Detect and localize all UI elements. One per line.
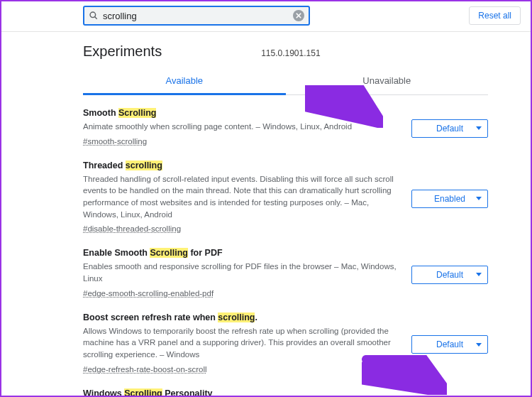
flag-row: Smooth Scrolling Animate smoothly when s… <box>83 108 488 146</box>
flag-select-wrapper: Enabled <box>411 161 488 234</box>
content-area: Experiments 115.0.1901.151 Available Una… <box>1 32 531 397</box>
svg-line-1 <box>95 17 97 19</box>
flag-state-select[interactable]: Default <box>411 119 488 138</box>
flag-title-pre: Threaded <box>83 161 126 170</box>
flag-description: Allows Windows to temporarily boost the … <box>83 325 397 361</box>
page-title: Experiments <box>83 43 162 60</box>
reset-all-button[interactable]: Reset all <box>469 6 521 25</box>
flag-text: Enable Smooth Scrolling for PDF Enables … <box>83 248 397 298</box>
flag-title: Smooth Scrolling <box>83 108 397 118</box>
flag-state-value: Enabled <box>434 194 465 204</box>
flag-select-wrapper: Default <box>411 108 488 146</box>
search-input[interactable] <box>99 11 293 21</box>
flag-description: Enables smooth and responsive scrolling … <box>83 261 397 284</box>
flag-title-pre: Enable Smooth <box>83 248 150 258</box>
flag-row: Enable Smooth Scrolling for PDF Enables … <box>83 248 488 298</box>
tab-available[interactable]: Available <box>83 70 286 95</box>
flag-title: Enable Smooth Scrolling for PDF <box>83 248 397 258</box>
search-input-wrapper[interactable] <box>83 6 310 26</box>
flag-select-wrapper: Default <box>411 312 488 374</box>
flag-row: Threaded scrolling Threaded handling of … <box>83 161 488 234</box>
svg-point-0 <box>90 12 96 18</box>
flag-state-select[interactable]: Default <box>411 266 488 284</box>
flag-title-post: for PDF <box>188 248 223 258</box>
flag-description: Animate smoothly when scrolling page con… <box>83 121 397 133</box>
flags-list: Smooth Scrolling Animate smoothly when s… <box>83 108 488 397</box>
flag-state-select[interactable]: Default <box>411 335 488 354</box>
flag-title: Threaded scrolling <box>83 161 397 170</box>
flag-title: Boost screen refresh rate when scrolling… <box>83 312 397 322</box>
flag-permalink[interactable]: #edge-smooth-scrolling-enabled-pdf <box>83 289 214 298</box>
flag-permalink[interactable]: #smooth-scrolling <box>83 137 147 146</box>
flag-title: Windows Scrolling Personality <box>83 388 397 397</box>
flag-permalink[interactable]: #disable-threaded-scrolling <box>83 224 181 233</box>
flag-title-pre: Smooth <box>83 108 118 118</box>
flag-state-value: Default <box>436 339 463 349</box>
flag-title-post: Personality <box>162 388 213 397</box>
top-bar: Reset all <box>1 1 531 32</box>
clear-search-icon[interactable] <box>293 10 304 21</box>
flag-text: Boost screen refresh rate when scrolling… <box>83 312 397 374</box>
flag-state-value: Default <box>436 124 463 134</box>
flag-title-pre: Boost screen refresh rate when <box>83 312 218 322</box>
flag-select-wrapper: Default <box>411 388 488 397</box>
tabs: Available Unavailable <box>83 70 488 95</box>
tab-unavailable[interactable]: Unavailable <box>286 70 489 94</box>
flag-text: Windows Scrolling Personality If enabled… <box>83 388 397 397</box>
flag-select-wrapper: Default <box>411 248 488 298</box>
flag-description: Threaded handling of scroll-related inpu… <box>83 173 397 221</box>
flag-title-post: . <box>255 312 257 322</box>
flag-state-select[interactable]: Enabled <box>411 190 488 208</box>
flag-text: Smooth Scrolling Animate smoothly when s… <box>83 108 397 146</box>
search-highlight: Scrolling <box>118 108 156 118</box>
flag-permalink[interactable]: #edge-refresh-rate-boost-on-scroll <box>83 365 207 374</box>
flag-row: Windows Scrolling Personality If enabled… <box>83 388 488 397</box>
flag-state-value: Default <box>436 270 463 280</box>
header-row: Experiments 115.0.1901.151 <box>83 39 488 62</box>
search-highlight: scrolling <box>126 161 162 170</box>
search-highlight: Scrolling <box>124 388 162 397</box>
search-highlight: scrolling <box>218 312 255 322</box>
search-highlight: Scrolling <box>150 248 187 258</box>
flag-title-pre: Windows <box>83 388 124 397</box>
flag-text: Threaded scrolling Threaded handling of … <box>83 161 397 234</box>
search-icon <box>89 11 99 21</box>
flag-row: Boost screen refresh rate when scrolling… <box>83 312 488 374</box>
version-label: 115.0.1901.151 <box>261 48 320 58</box>
